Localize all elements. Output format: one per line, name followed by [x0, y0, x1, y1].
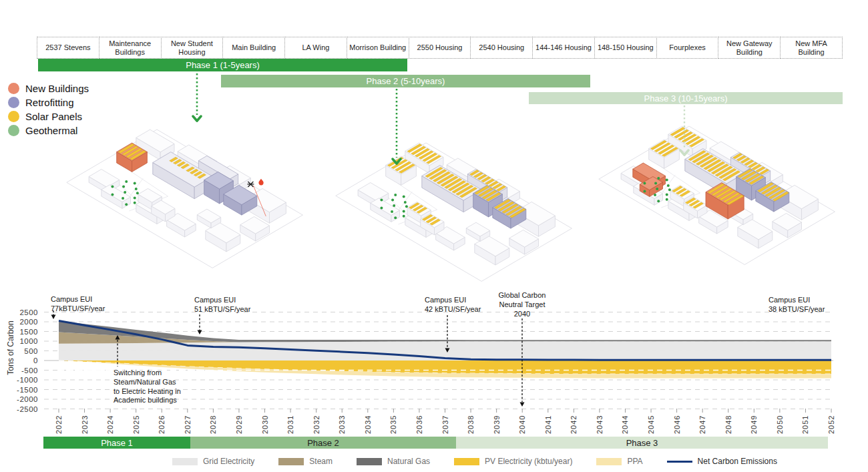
chart-legend: Grid ElectricitySteamNatural GasPV Elect…	[172, 457, 801, 466]
campus-decarbonization-diagram: 2537 StevensMaintenance BuildingsNew Stu…	[0, 0, 868, 472]
chart-legend-label: PPA	[627, 457, 642, 466]
svg-text:2023: 2023	[81, 415, 89, 434]
chart-legend-item: Grid Electricity	[172, 457, 254, 466]
svg-text:2032: 2032	[312, 415, 320, 434]
svg-text:-1500: -1500	[17, 386, 38, 394]
chart-legend-item: Natural Gas	[357, 457, 430, 466]
svg-text:2031: 2031	[286, 415, 294, 434]
phase1-bar-top: Phase 1 (1-5years)	[38, 59, 407, 71]
building-box: 144-146 Housing	[532, 37, 595, 59]
annotation-carbon-target: Global Carbon Neutral Target 2040	[491, 291, 553, 318]
svg-text:2000: 2000	[19, 318, 38, 326]
svg-text:2029: 2029	[235, 415, 243, 434]
legend-color-dot	[8, 83, 19, 94]
annotation-eui-2022: Campus EUI 77kBTU/SF/year	[51, 295, 105, 314]
svg-text:2038: 2038	[467, 415, 475, 434]
phase3-bottom-label: Phase 3	[626, 438, 658, 448]
chart-legend-swatch	[454, 458, 479, 465]
annotation-switching: Switching from Steam/Natural Gas to Elec…	[114, 369, 181, 405]
svg-text:2047: 2047	[698, 415, 706, 434]
chart-legend-swatch	[667, 461, 692, 463]
svg-text:2028: 2028	[209, 415, 217, 434]
building-box: LA Wing	[284, 37, 347, 59]
building-box: New Gateway Building	[718, 37, 781, 59]
svg-text:2033: 2033	[338, 415, 346, 434]
building-box: 2537 Stevens	[37, 37, 99, 59]
chart-legend-item: Net Carbon Emissions	[667, 457, 777, 466]
svg-text:2041: 2041	[544, 415, 552, 434]
svg-text:1500: 1500	[19, 328, 38, 336]
phase2-bar-bottom: Phase 2	[190, 437, 456, 449]
map-legend-item: New Buildings	[8, 83, 89, 94]
legend-label: New Buildings	[25, 83, 89, 94]
y-axis-title: Tons of Carbon	[6, 308, 15, 388]
phase1-top-label: Phase 1 (1-5years)	[186, 60, 260, 70]
annotation-eui-2050: Campus EUI 38 kBTU/SF/year	[769, 296, 825, 314]
svg-text:2048: 2048	[724, 415, 732, 434]
phase1-bottom-label: Phase 1	[101, 438, 133, 448]
svg-text:2026: 2026	[158, 415, 166, 434]
svg-text:2050: 2050	[776, 415, 784, 434]
campus-isometric-phase1	[17, 105, 310, 299]
building-box: 2550 Housing	[409, 37, 471, 59]
phase1-bar-bottom: Phase 1	[43, 437, 190, 449]
svg-text:2037: 2037	[441, 415, 449, 434]
svg-text:2035: 2035	[389, 415, 397, 434]
building-timeline: 2537 StevensMaintenance BuildingsNew Stu…	[37, 37, 843, 59]
svg-text:2052: 2052	[827, 415, 835, 434]
chart-legend-label: Natural Gas	[387, 457, 430, 466]
svg-text:-2500: -2500	[17, 405, 38, 413]
svg-text:2042: 2042	[570, 415, 578, 434]
svg-text:2043: 2043	[596, 415, 604, 434]
svg-text:-1000: -1000	[17, 376, 38, 384]
svg-text:0: 0	[33, 357, 38, 365]
chart-legend-item: PV Electricity (kbtu/year)	[454, 457, 572, 466]
phase2-top-label: Phase 2 (5-10years)	[367, 76, 445, 86]
building-box: New Student Housing	[161, 37, 224, 59]
annotation-eui-2028: Campus EUI 51 kBTU/SF/year	[194, 296, 250, 314]
building-box: 148-150 Housing	[594, 37, 657, 59]
building-box: New MFA Building	[780, 37, 843, 59]
svg-text:2500: 2500	[19, 308, 38, 316]
chart-legend-label: Grid Electricity	[203, 457, 254, 466]
phase2-bottom-label: Phase 2	[307, 438, 339, 448]
svg-text:2036: 2036	[415, 415, 423, 434]
building-box: Maintenance Buildings	[99, 37, 162, 59]
campus-isometric-phase2	[286, 119, 580, 312]
svg-text:-500: -500	[21, 367, 38, 375]
chart-legend-label: Net Carbon Emissions	[698, 457, 777, 466]
svg-text:2049: 2049	[750, 415, 758, 434]
annotation-eui-2037: Campus EUI 42 kBTU/SF/year	[425, 296, 481, 314]
chart-legend-swatch	[172, 458, 198, 465]
phase2-bar-top: Phase 2 (5-10years)	[221, 75, 590, 87]
svg-text:2025: 2025	[132, 415, 140, 434]
svg-text:2039: 2039	[493, 415, 501, 434]
building-box: Main Building	[222, 37, 285, 59]
svg-text:2027: 2027	[184, 415, 192, 434]
chart-legend-swatch	[278, 458, 304, 465]
building-box: Morrison Building	[347, 37, 409, 59]
svg-text:2046: 2046	[673, 415, 681, 434]
svg-text:1000: 1000	[19, 337, 38, 345]
svg-text:2040: 2040	[518, 415, 526, 434]
svg-text:2030: 2030	[261, 415, 269, 434]
campus-isometric-phase3	[549, 102, 843, 296]
building-box: 2540 Housing	[470, 37, 533, 59]
svg-text:2045: 2045	[647, 415, 655, 434]
svg-text:-2000: -2000	[17, 395, 38, 403]
svg-text:2024: 2024	[106, 415, 114, 434]
svg-text:2022: 2022	[55, 415, 63, 434]
svg-text:500: 500	[24, 347, 38, 355]
chart-legend-swatch	[357, 458, 382, 465]
chart-legend-item: PPA	[596, 457, 642, 466]
building-box: Fourplexes	[656, 37, 719, 59]
chart-legend-label: Steam	[309, 457, 333, 466]
svg-text:2044: 2044	[621, 415, 629, 434]
phase3-bar-bottom: Phase 3	[456, 437, 828, 449]
chart-legend-swatch	[596, 458, 622, 465]
chart-legend-item: Steam	[278, 457, 333, 466]
svg-text:2034: 2034	[364, 415, 372, 434]
chart-legend-label: PV Electricity (kbtu/year)	[485, 457, 572, 466]
svg-text:2051: 2051	[801, 415, 809, 434]
